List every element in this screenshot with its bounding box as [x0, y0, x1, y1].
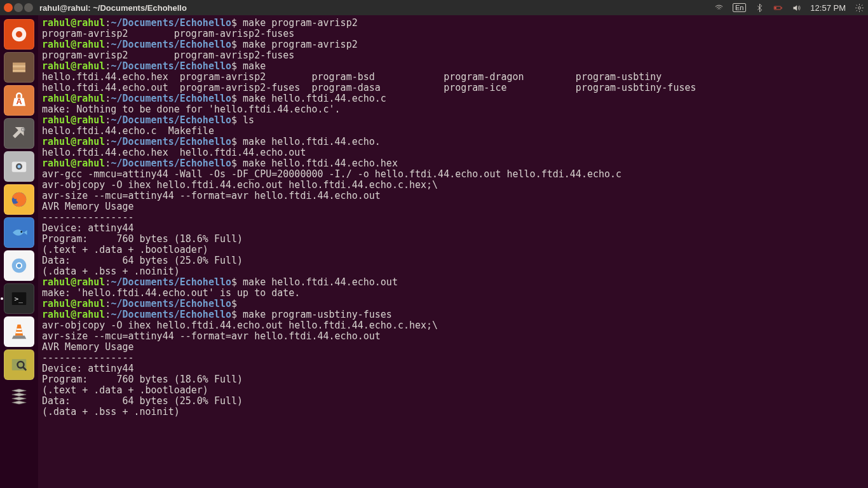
prompt-user: rahul@rahul [42, 298, 105, 309]
system-tray: En 12:57 PM [714, 3, 864, 13]
prompt-user: rahul@rahul [42, 39, 105, 50]
terminal-prompt-line: rahul@rahul:~/Documents/Echohello$ make … [42, 277, 864, 288]
prompt-path: ~/Documents/Echohello [111, 93, 231, 104]
prompt-user: rahul@rahul [42, 309, 105, 320]
terminal-output-line: avr-objcopy -O ihex hello.ftdi.44.echo.o… [42, 180, 864, 191]
terminal-output-line: avr-size --mcu=attiny44 --format=avr hel… [42, 331, 864, 342]
prompt-path: ~/Documents/Echohello [111, 276, 231, 288]
terminal-output-line: avr-gcc -mmcu=attiny44 -Wall -Os -DF_CPU… [42, 169, 864, 180]
clock[interactable]: 12:57 PM [810, 3, 846, 13]
launcher-vlc[interactable] [4, 316, 34, 347]
prompt-user: rahul@rahul [42, 114, 105, 126]
launcher-terminal[interactable]: >_ [4, 283, 34, 314]
launcher-files[interactable] [4, 52, 34, 83]
wifi-icon[interactable] [714, 3, 724, 13]
svg-point-16 [20, 231, 22, 233]
terminal-prompt-line: rahul@rahul:~/Documents/Echohello$ make … [42, 309, 864, 320]
launcher-running-pip [1, 297, 3, 300]
terminal-output-line: avr-objcopy -O ihex hello.ftdi.44.echo.o… [42, 320, 864, 331]
terminal-output-line: hello.ftdi.44.echo.hex program-avrisp2 p… [42, 72, 864, 83]
terminal-output-line: Device: attiny44 [42, 363, 864, 374]
terminal-output-line: avr-size --mcu=attiny44 --format=avr hel… [42, 191, 864, 201]
bluetooth-icon[interactable] [755, 3, 764, 13]
terminal-output-line: Data: 64 bytes (25.0% Full) [42, 396, 864, 407]
prompt-user: rahul@rahul [42, 17, 105, 29]
prompt-path: ~/Documents/Echohello [111, 39, 231, 50]
terminal-output-line: AVR Memory Usage [42, 342, 864, 353]
svg-rect-1 [782, 7, 782, 9]
launcher-firefox[interactable] [4, 184, 34, 215]
terminal-prompt-line: rahul@rahul:~/Documents/Echohello$ make … [42, 18, 864, 29]
terminal-output-line: ---------------- [42, 212, 864, 223]
prompt-user: rahul@rahul [42, 158, 105, 169]
svg-rect-22 [17, 329, 22, 330]
terminal-output-line: AVR Memory Usage [42, 201, 864, 212]
terminal-output-line: ---------------- [42, 353, 864, 363]
battery-icon[interactable] [773, 3, 783, 13]
terminal-output-line: Data: 64 bytes (25.0% Full) [42, 255, 864, 266]
prompt-command: make program-avrisp2 [243, 17, 358, 29]
prompt-command: make program-usbtiny-fuses [243, 309, 392, 320]
svg-point-14 [18, 165, 21, 168]
svg-point-19 [17, 264, 21, 268]
launcher-chromium[interactable] [4, 250, 34, 281]
terminal-output-line: (.data + .bss + .noinit) [42, 266, 864, 277]
terminal-output-line: program-avrisp2 program-avrisp2-fuses [42, 29, 864, 39]
prompt-user: rahul@rahul [42, 276, 105, 288]
prompt-path: ~/Documents/Echohello [111, 298, 231, 309]
prompt-command: make hello.ftdi.44.echo.c [243, 93, 386, 104]
terminal-prompt-line: rahul@rahul:~/Documents/Echohello$ make … [42, 137, 864, 147]
terminal-output-line: hello.ftdi.44.echo.c Makefile [42, 126, 864, 137]
prompt-command: make hello.ftdi.44.echo.hex [243, 158, 398, 169]
terminal-output-line: make: 'hello.ftdi.44.echo.out' is up to … [42, 288, 864, 299]
launcher-camera-app[interactable] [4, 151, 34, 182]
svg-rect-2 [775, 6, 777, 8]
terminal-output-line: Device: attiny44 [42, 223, 864, 234]
gear-icon[interactable] [855, 3, 864, 13]
window-title: rahul@rahul: ~/Documents/Echohello [39, 3, 187, 13]
launcher-image-viewer[interactable] [4, 349, 34, 380]
minimize-icon[interactable] [14, 3, 23, 12]
svg-rect-23 [16, 332, 22, 334]
svg-point-5 [16, 31, 22, 37]
launcher-dash[interactable] [4, 19, 34, 50]
prompt-command: make [243, 60, 266, 72]
launcher-software[interactable]: A [4, 85, 34, 116]
svg-text:>_: >_ [15, 295, 24, 303]
terminal-output-line: hello.ftdi.44.echo.out program-avrisp2-f… [42, 83, 864, 93]
terminal-prompt-line: rahul@rahul:~/Documents/Echohello$ make … [42, 39, 864, 50]
launcher-settings[interactable] [4, 118, 34, 149]
terminal-output-line: (.data + .bss + .noinit) [42, 407, 864, 417]
window-controls [4, 3, 33, 12]
prompt-command: make program-avrisp2 [243, 39, 358, 50]
maximize-icon[interactable] [24, 3, 33, 12]
prompt-command: make hello.ftdi.44.echo. [243, 136, 381, 147]
svg-rect-7 [13, 65, 25, 67]
prompt-path: ~/Documents/Echohello [111, 309, 231, 320]
svg-text:A: A [16, 97, 22, 106]
launcher-workspace-switcher[interactable] [4, 383, 34, 413]
svg-rect-8 [13, 67, 25, 70]
prompt-user: rahul@rahul [42, 60, 105, 72]
prompt-user: rahul@rahul [42, 136, 105, 147]
prompt-command: ls [243, 114, 254, 126]
terminal-prompt-line: rahul@rahul:~/Documents/Echohello$ make … [42, 93, 864, 104]
terminal-output-line: (.text + .data + .bootloader) [42, 245, 864, 255]
close-icon[interactable] [4, 3, 13, 12]
prompt-path: ~/Documents/Echohello [111, 60, 231, 72]
launcher-bluefish[interactable] [4, 217, 34, 248]
terminal-prompt-line: rahul@rahul:~/Documents/Echohello$ ls [42, 115, 864, 126]
keyboard-layout-indicator[interactable]: En [733, 3, 746, 12]
prompt-path: ~/Documents/Echohello [111, 17, 231, 29]
prompt-path: ~/Documents/Echohello [111, 158, 231, 169]
prompt-command: make hello.ftdi.44.echo.out [243, 276, 398, 288]
launcher: A>_ [0, 15, 38, 488]
terminal-output-line: hello.ftdi.44.echo.hex hello.ftdi.44.ech… [42, 147, 864, 158]
terminal-output-line: Program: 760 bytes (18.6% Full) [42, 234, 864, 245]
prompt-path: ~/Documents/Echohello [111, 136, 231, 147]
svg-rect-6 [13, 63, 25, 65]
terminal[interactable]: rahul@rahul:~/Documents/Echohello$ make … [38, 15, 868, 488]
terminal-output-line: Program: 760 bytes (18.6% Full) [42, 374, 864, 385]
sound-icon[interactable] [792, 3, 801, 13]
terminal-prompt-line: rahul@rahul:~/Documents/Echohello$ [42, 299, 864, 309]
